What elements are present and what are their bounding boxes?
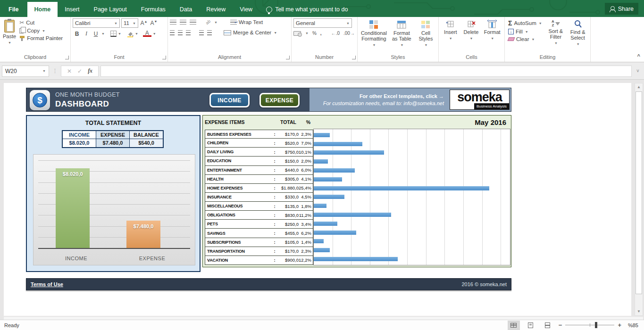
alignment-dialog-launcher[interactable] xyxy=(286,56,290,59)
borders-button[interactable] xyxy=(110,31,117,37)
name-box[interactable]: W20▼ xyxy=(2,66,49,77)
bold-button[interactable]: B xyxy=(73,31,81,37)
expense-row[interactable]: HEALTH:$305,04,1% xyxy=(205,174,313,184)
align-middle-button[interactable] xyxy=(180,20,186,25)
expense-row[interactable]: VACATION:$900,012,2% xyxy=(205,256,313,265)
tab-home[interactable]: Home xyxy=(27,2,58,17)
format-cells-button[interactable]: Format▼ xyxy=(482,18,502,54)
summary-chart[interactable]: $8.020,0$7.480,0 INCOME EXPENSE xyxy=(33,154,195,265)
align-bottom-button[interactable] xyxy=(190,20,196,25)
grow-font-button[interactable]: A▲ xyxy=(140,20,148,26)
expense-row[interactable]: MISCELLANEOUS:$135,01,8% xyxy=(205,201,313,211)
copy-button[interactable]: Copy▼ xyxy=(18,27,64,34)
zoom-in-button[interactable]: + xyxy=(618,322,621,329)
tab-page-layout[interactable]: Page Layout xyxy=(87,2,134,17)
zoom-level-label[interactable]: %85 xyxy=(626,322,638,328)
clipboard-dialog-launcher[interactable] xyxy=(65,56,69,59)
font-dialog-launcher[interactable] xyxy=(162,56,166,59)
page-break-view-button[interactable] xyxy=(542,321,554,330)
expense-row[interactable]: SAVINGS:$455,06,2% xyxy=(205,228,313,238)
normal-view-button[interactable] xyxy=(508,321,520,330)
paste-button[interactable]: Paste▼ xyxy=(2,18,17,54)
decrease-decimal-button[interactable]: .00→ xyxy=(343,31,355,36)
tell-me-box[interactable]: Tell me what you want to do xyxy=(266,2,348,17)
cell-styles-button[interactable]: Cell Styles▼ xyxy=(415,18,436,54)
find-select-button[interactable]: Find & Select▼ xyxy=(567,18,588,54)
zoom-thumb[interactable] xyxy=(595,322,597,328)
increase-indent-button[interactable] xyxy=(207,30,212,35)
tab-insert[interactable]: Insert xyxy=(58,2,86,17)
expand-formula-bar-button[interactable]: ˅ xyxy=(634,68,642,74)
income-nav-button[interactable]: INCOME xyxy=(209,93,250,107)
insert-function-button[interactable]: fx xyxy=(88,67,92,74)
delete-cells-button[interactable]: Delete▼ xyxy=(461,18,481,54)
comma-style-button[interactable]: , xyxy=(320,31,322,36)
expense-row[interactable]: DAILY LIVING:$750,010,1% xyxy=(205,147,313,157)
expense-row[interactable]: ENTERTAINMENT:$440,06,0% xyxy=(205,165,313,175)
chevron-down-icon[interactable]: ▼ xyxy=(101,32,105,35)
number-format-select[interactable]: General▼ xyxy=(293,18,352,28)
chevron-down-icon[interactable]: ▼ xyxy=(305,32,309,35)
chevron-down-icon[interactable]: ▼ xyxy=(214,21,217,24)
tab-view[interactable]: View xyxy=(233,2,259,17)
tab-formulas[interactable]: Formulas xyxy=(134,2,173,17)
sort-filter-button[interactable]: AZ Sort & Filter▼ xyxy=(545,18,567,54)
clear-button[interactable]: Clear▼ xyxy=(507,35,544,43)
format-painter-button[interactable]: Format Painter xyxy=(18,34,64,42)
tab-file[interactable]: File xyxy=(0,2,27,17)
chevron-down-icon[interactable]: ▼ xyxy=(118,32,121,35)
tab-data[interactable]: Data xyxy=(173,2,199,17)
font-color-button[interactable]: A xyxy=(143,31,151,37)
promo-templates-link[interactable]: For other Excel templates, click → xyxy=(323,93,444,100)
conditional-formatting-button[interactable]: Conditional Formatting▼ xyxy=(360,18,388,54)
expense-row[interactable]: OBLIGATIONS:$830,011,2% xyxy=(205,210,313,220)
cancel-entry-button[interactable]: ✕ xyxy=(67,68,72,74)
expense-row[interactable]: PETS:$250,03,4% xyxy=(205,219,313,229)
cut-button[interactable]: ✂Cut xyxy=(18,18,64,27)
italic-button[interactable]: I xyxy=(82,30,91,37)
expense-row[interactable]: TRANSPORTATION:$170,02,3% xyxy=(205,247,313,256)
decrease-indent-button[interactable] xyxy=(199,30,204,35)
scroll-down-arrow[interactable]: ▼ xyxy=(635,308,643,315)
expense-nav-button[interactable]: EXPENSE xyxy=(259,93,300,107)
terms-of-use-link[interactable]: Terms of Use xyxy=(31,281,63,287)
fill-button[interactable]: ↓Fill▼ xyxy=(507,28,544,35)
formula-input[interactable] xyxy=(100,66,632,77)
expense-row[interactable]: EDUCATION:$150,02,0% xyxy=(205,156,313,165)
number-dialog-launcher[interactable] xyxy=(352,56,356,59)
tab-review[interactable]: Review xyxy=(199,2,233,17)
merge-center-button[interactable]: Merge & Center▼ xyxy=(222,29,278,36)
orientation-button[interactable]: ab xyxy=(205,19,211,25)
promo-email-link[interactable]: For customization needs, email to: info@… xyxy=(323,100,444,107)
confirm-entry-button[interactable]: ✓ xyxy=(77,68,82,74)
wrap-text-button[interactable]: Wrap Text xyxy=(229,18,264,26)
font-size-select[interactable]: 11▼ xyxy=(121,18,138,28)
expense-row[interactable]: SUBSCRIPTIONS:$105,01,4% xyxy=(205,238,313,247)
expense-row[interactable]: INSURANCE:$330,04,5% xyxy=(205,192,313,202)
expense-chart-plot[interactable] xyxy=(313,129,510,265)
zoom-slider[interactable]: − + xyxy=(559,322,621,329)
expense-row[interactable]: CHILDREN:$520,07,0% xyxy=(205,138,313,148)
accounting-format-button[interactable] xyxy=(293,31,301,36)
vertical-scrollbar-thumb[interactable] xyxy=(636,91,642,294)
expense-row[interactable]: HOME EXPENSES:$1.880,025,4% xyxy=(205,183,313,193)
collapse-ribbon-button[interactable]: ^ xyxy=(637,53,640,59)
autosum-button[interactable]: ΣAutoSum▼ xyxy=(507,18,544,28)
worksheet[interactable]: $ ONE MONTH BUDGET DASHBOARD INCOME EXPE… xyxy=(4,83,631,316)
font-family-select[interactable]: Calibri▼ xyxy=(73,18,120,28)
underline-button[interactable]: U xyxy=(92,31,100,37)
chevron-down-icon[interactable]: ▼ xyxy=(135,32,138,35)
scroll-up-arrow[interactable]: ▲ xyxy=(635,83,643,91)
align-top-button[interactable] xyxy=(170,20,176,25)
format-as-table-button[interactable]: Format as Table▼ xyxy=(389,18,414,54)
page-layout-view-button[interactable] xyxy=(525,321,537,330)
increase-decimal-button[interactable]: ←.0 xyxy=(331,31,340,36)
align-left-button[interactable] xyxy=(170,30,175,35)
align-right-button[interactable] xyxy=(186,30,191,35)
expense-row[interactable]: BUSINESS EXPENSES:$170,02,3% xyxy=(205,130,313,139)
fill-color-button[interactable] xyxy=(127,31,134,37)
vertical-scrollbar[interactable]: ▲ ▼ xyxy=(635,83,643,316)
share-button[interactable]: Share xyxy=(605,3,638,15)
chevron-down-icon[interactable]: ▼ xyxy=(153,32,156,35)
insert-cells-button[interactable]: Insert▼ xyxy=(441,18,460,54)
